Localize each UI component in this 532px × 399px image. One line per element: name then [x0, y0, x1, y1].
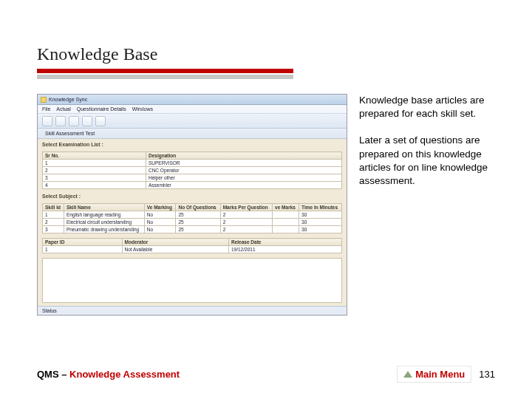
- table-row[interactable]: 1SUPERVISOR: [43, 160, 342, 167]
- table-row[interactable]: 2CNC Operator: [43, 167, 342, 174]
- embedded-app-screenshot: Knowledge Sync File Actual Questionnaire…: [37, 94, 347, 316]
- main-menu-button[interactable]: Main Menu: [397, 366, 471, 383]
- footer-prefix: QMS –: [37, 369, 69, 380]
- app-body: Select Examination List : Sr No. Designa…: [38, 139, 347, 306]
- window-titlebar: Knowledge Sync: [38, 95, 347, 105]
- toolbar-button[interactable]: [95, 116, 106, 126]
- status-label: Status: [42, 308, 57, 313]
- section-label-exam-list: Select Examination List :: [42, 142, 342, 147]
- table-row[interactable]: 4Assembler: [43, 182, 342, 189]
- table-row[interactable]: 3Pneumatic drawing understandingNo25230: [43, 226, 342, 233]
- footer-left: QMS – Knowledge Assessment: [37, 369, 180, 380]
- window-title: Knowledge Sync: [49, 97, 87, 102]
- up-arrow-icon: [403, 371, 412, 378]
- title-underline: [37, 69, 293, 73]
- sub-window-header: Skill Assessment Test: [38, 129, 347, 139]
- section-label-subject: Select Subject :: [42, 194, 342, 199]
- side-text: Knowledge base articles are prepared for…: [359, 94, 495, 316]
- sub-window-title: Skill Assessment Test: [45, 131, 95, 136]
- col-srno: Sr No.: [43, 152, 146, 160]
- slide-footer: QMS – Knowledge Assessment Main Menu 131: [37, 366, 495, 383]
- menu-questionnaire[interactable]: Questionnaire Details: [77, 106, 126, 112]
- paper-table: Paper ID Moderator Release Date 1Not Ava…: [42, 238, 342, 253]
- col-designation: Designation: [146, 152, 341, 160]
- toolbar: [38, 114, 347, 129]
- menu-windows[interactable]: Windows: [132, 106, 153, 112]
- page-number: 131: [479, 369, 495, 380]
- main-menu-label: Main Menu: [415, 369, 465, 380]
- status-bar: Status: [38, 306, 347, 315]
- menubar: File Actual Questionnaire Details Window…: [38, 105, 347, 114]
- toolbar-button[interactable]: [42, 116, 52, 126]
- menu-file[interactable]: File: [42, 106, 50, 112]
- toolbar-button[interactable]: [69, 116, 79, 126]
- blank-panel: [42, 258, 342, 303]
- page-title: Knowledge Base: [37, 44, 495, 64]
- side-paragraph-2: Later a set of questions are prepared on…: [359, 134, 495, 188]
- side-paragraph-1: Knowledge base articles are prepared for…: [359, 94, 495, 120]
- toolbar-button[interactable]: [55, 116, 66, 126]
- footer-section: Knowledge Assessment: [69, 369, 180, 380]
- table-row[interactable]: 3Helper other: [43, 174, 342, 182]
- exam-list-table: Sr No. Designation 1SUPERVISOR 2CNC Oper…: [42, 151, 342, 189]
- table-row[interactable]: 2Electrical circuit understandingNo25230: [43, 219, 342, 226]
- subject-table: Skill Id Skill Name Ve Marking No Of Que…: [42, 203, 342, 233]
- app-icon: [41, 97, 47, 103]
- table-row[interactable]: 1English language readingNo25230: [43, 211, 342, 219]
- table-row[interactable]: 1Not Available19/12/2011: [43, 246, 342, 253]
- toolbar-button[interactable]: [82, 116, 92, 126]
- menu-actual[interactable]: Actual: [56, 106, 70, 112]
